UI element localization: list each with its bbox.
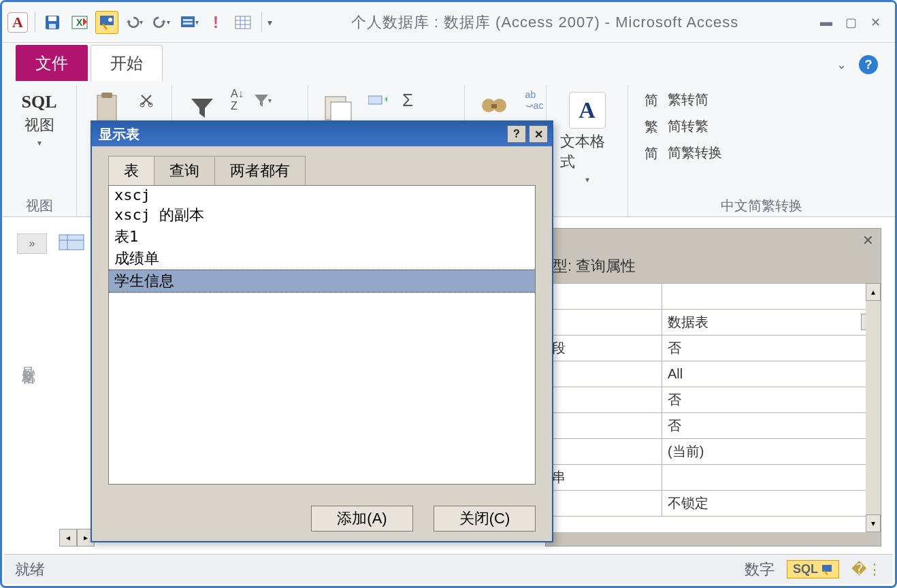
t2s-label: 繁转简 <box>668 91 708 109</box>
sql-label: SQL <box>21 92 56 112</box>
ribbon-minimize-icon[interactable]: ⌄ <box>832 55 851 74</box>
scroll-down-button[interactable]: ▾ <box>866 514 881 532</box>
svg-rect-15 <box>97 95 116 122</box>
property-value[interactable] <box>662 284 881 310</box>
property-key <box>547 491 662 517</box>
app-icon[interactable]: A <box>7 12 28 33</box>
property-row[interactable]: 串 <box>547 465 881 491</box>
property-row[interactable]: All <box>547 361 881 387</box>
status-more-icon[interactable]: �⋮ <box>851 561 882 578</box>
cut-icon[interactable] <box>135 89 157 111</box>
property-sheet: ✕ 型: 查询属性 数据表▾段否All否否(当前)串不锁定 ▴ ▾ <box>545 228 881 546</box>
group-label-convert: 中文简繁转换 <box>638 194 885 215</box>
dialog-list-item[interactable]: xscj 的副本 <box>109 204 535 226</box>
dialog-title: 显示表 <box>99 125 140 144</box>
property-value[interactable]: 否 <box>662 413 881 439</box>
form-icon[interactable]: ▾ <box>177 11 200 34</box>
restore-button[interactable]: ▢ <box>842 16 860 29</box>
property-value[interactable]: All <box>662 361 881 387</box>
svg-point-6 <box>108 18 112 22</box>
close-button[interactable]: 关闭(C) <box>434 506 536 532</box>
status-sql-view[interactable]: SQL <box>787 560 839 578</box>
totals-icon[interactable]: Σ <box>397 89 419 111</box>
dialog-list-item[interactable]: xscj <box>109 186 535 204</box>
dialog-titlebar[interactable]: 显示表 ? ✕ <box>92 122 552 146</box>
property-row[interactable]: 数据表▾ <box>547 310 881 336</box>
help-icon[interactable]: ? <box>859 55 878 74</box>
datasheet-icon[interactable] <box>231 11 255 34</box>
tab-file[interactable]: 文件 <box>16 45 88 81</box>
close-button[interactable]: ✕ <box>866 16 884 29</box>
tab-start[interactable]: 开始 <box>91 45 163 81</box>
property-row[interactable]: 否 <box>547 413 881 439</box>
svg-rect-10 <box>235 16 250 29</box>
scroll-up-button[interactable]: ▴ <box>866 283 881 301</box>
property-row[interactable]: 不锁定 <box>547 491 881 517</box>
dialog-tabs: 表查询两者都有 <box>92 146 552 185</box>
property-value[interactable]: 数据表▾ <box>662 310 881 336</box>
dialog-list-item[interactable]: 表1 <box>109 226 535 248</box>
property-value[interactable] <box>662 465 881 491</box>
property-value[interactable]: 不锁定 <box>662 491 881 517</box>
nav-pane-expand[interactable]: » <box>17 233 47 254</box>
query-object-icon[interactable] <box>58 233 85 254</box>
scroll-track[interactable] <box>866 301 881 514</box>
svg-rect-21 <box>368 96 382 104</box>
excel-export-icon[interactable]: X <box>68 11 91 34</box>
simp-to-trad-button[interactable]: 繁简转繁 <box>642 116 711 137</box>
svg-rect-7 <box>181 16 195 27</box>
chevron-down-icon: ▾ <box>37 138 42 148</box>
dialog-tab-1[interactable]: 查询 <box>154 156 215 185</box>
property-close-button[interactable]: ✕ <box>859 231 877 249</box>
sort-asc-icon[interactable]: A↓Z <box>231 89 244 111</box>
dialog-list-item[interactable]: 成绩单 <box>109 248 535 270</box>
scroll-left-button[interactable]: ◂ <box>59 529 77 546</box>
property-value[interactable]: (当前) <box>662 439 881 465</box>
svg-rect-8 <box>183 19 193 21</box>
property-row[interactable]: (当前) <box>547 439 881 465</box>
property-value[interactable]: 否 <box>662 387 881 413</box>
property-row[interactable] <box>547 284 881 310</box>
filter-toggle-icon[interactable]: ▾ <box>252 89 274 111</box>
redo-icon[interactable]: ▾ <box>150 11 173 34</box>
svg-rect-29 <box>822 565 832 572</box>
save-icon[interactable] <box>41 11 64 34</box>
undo-icon[interactable]: ▾ <box>123 11 146 34</box>
dialog-tab-2[interactable]: 两者都有 <box>214 156 306 185</box>
trad-to-simp-button[interactable]: 简繁转简 <box>642 89 711 110</box>
dialog-list-item[interactable]: 学生信息 <box>109 270 535 293</box>
dialog-tab-0[interactable]: 表 <box>108 156 154 185</box>
nav-pane-label: 导航窗格 <box>20 356 38 361</box>
text-format-button[interactable]: A 文本格式 ▾ <box>556 89 618 187</box>
s2t-label: 简转繁 <box>668 117 708 135</box>
dialog-close-button[interactable]: ✕ <box>529 125 548 143</box>
new-record-icon[interactable]: ✶ <box>367 89 389 111</box>
property-table: 数据表▾段否All否否(当前)串不锁定 <box>546 283 881 517</box>
svg-text:X: X <box>76 17 83 28</box>
property-row[interactable]: 段否 <box>547 336 881 361</box>
add-button[interactable]: 添加(A) <box>311 506 413 532</box>
property-key <box>547 284 662 310</box>
dialog-help-button[interactable]: ? <box>507 125 526 143</box>
ribbon-tabs: 文件 开始 ⌄ ? <box>2 43 895 81</box>
ribbon-group-textformat: A 文本格式 ▾ <box>547 85 628 216</box>
view-button[interactable]: SQL 视图 ▾ <box>17 89 61 150</box>
window-title: 个人数据库 : 数据库 (Access 2007) - Microsoft Ac… <box>272 12 817 33</box>
toggle-label: 简繁转换 <box>668 144 722 162</box>
toggle-convert-button[interactable]: 简简繁转换 <box>642 142 725 163</box>
quick-access-toolbar: X ▾ ▾ ▾ ! ▾ <box>41 11 272 34</box>
svg-rect-1 <box>48 16 56 21</box>
design-view-icon[interactable] <box>95 11 118 34</box>
property-value[interactable]: 否 <box>662 336 881 361</box>
window-controls: ▬ ▢ ✕ <box>817 16 890 29</box>
property-key: 串 <box>547 465 662 491</box>
minimize-button[interactable]: ▬ <box>817 16 835 29</box>
dialog-table-list[interactable]: xscjxscj 的副本表1成绩单学生信息 <box>108 185 536 485</box>
qat-dropdown-icon[interactable]: ▾ <box>267 17 272 28</box>
exclaim-icon[interactable]: ! <box>204 11 227 34</box>
title-bar: A X ▾ ▾ ▾ ! ▾ 个人数据库 : 数据库 (Access 2007) … <box>2 2 895 43</box>
property-row[interactable]: 否 <box>547 387 881 413</box>
replace-icon[interactable]: ab⤻ac <box>523 89 545 111</box>
design-small-icon <box>821 564 833 576</box>
ribbon-right: ⌄ ? <box>812 48 892 81</box>
